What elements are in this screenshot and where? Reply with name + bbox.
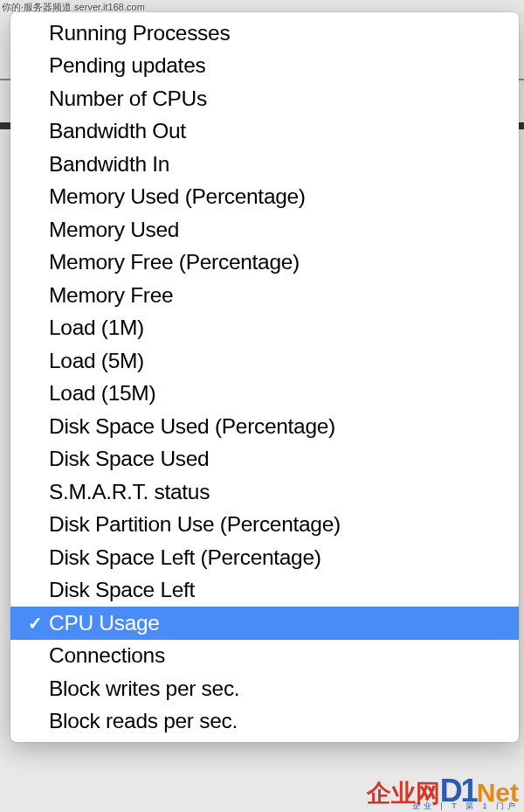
menu-item[interactable]: Memory Free (Percentage) (10, 246, 519, 280)
menu-item[interactable]: Memory Used (10, 213, 519, 246)
menu-item[interactable]: Load (5M) (10, 344, 519, 378)
menu-item-label: CPU Usage (49, 611, 160, 635)
menu-item-label: Load (5M) (49, 349, 144, 373)
menu-item-label: Disk Space Left (Percentage) (49, 545, 321, 570)
watermark-bottom: 企业网 D1 Net 企业 | T 第 1 门户 (362, 771, 524, 812)
menu-item-label: Running Processes (49, 21, 230, 45)
watermark-subtitle: 企业 | T 第 1 门户 (412, 801, 519, 812)
menu-item-label: Block reads per sec. (49, 709, 238, 733)
menu-item[interactable]: Load (1M) (10, 312, 519, 345)
menu-item-label: Load (1M) (49, 316, 144, 340)
menu-item[interactable]: Disk Space Left (Percentage) (10, 541, 519, 574)
menu-item[interactable]: Pending updates (10, 50, 519, 83)
menu-item[interactable]: Number of CPUs (10, 82, 519, 115)
menu-item-label: Memory Free (Percentage) (49, 250, 300, 274)
menu-item-label: Disk Space Used (Percentage) (49, 414, 335, 439)
menu-item[interactable]: Disk Space Left (10, 574, 519, 607)
menu-item-label: Disk Partition Use (Percentage) (49, 512, 341, 537)
menu-item[interactable]: Block writes per sec. (10, 672, 519, 705)
menu-item[interactable]: Disk Partition Use (Percentage) (10, 509, 519, 542)
menu-item-label: Disk Space Used (49, 447, 209, 471)
menu-item[interactable]: Memory Used (Percentage) (10, 181, 519, 214)
dropdown-menu: Running ProcessesPending updatesNumber o… (10, 12, 519, 742)
menu-item[interactable]: Bandwidth In (10, 148, 519, 181)
menu-item[interactable]: Load (15M) (10, 378, 519, 411)
menu-item[interactable]: Disk Space Used (Percentage) (10, 410, 519, 443)
menu-item-label: Pending updates (49, 53, 205, 78)
menu-item-label: S.M.A.R.T. status (49, 480, 210, 504)
watermark-top: 你的·服务器频道 server.it168.com (2, 1, 145, 14)
menu-item-label: Disk Space Left (49, 578, 195, 602)
menu-item[interactable]: Running Processes (10, 17, 519, 50)
menu-item[interactable]: Block reads per sec. (10, 705, 519, 739)
menu-item-label: Memory Used (Percentage) (49, 184, 306, 209)
menu-item-label: Bandwidth In (49, 152, 169, 177)
menu-item[interactable]: Bandwidth Out (10, 115, 519, 149)
checkmark-icon: ✓ (28, 613, 43, 634)
menu-item-label: Block writes per sec. (49, 677, 239, 701)
menu-item-label: Load (15M) (49, 381, 155, 406)
menu-item-label: Memory Free (49, 283, 173, 308)
menu-item[interactable]: ✓CPU Usage (10, 607, 519, 640)
menu-item-label: Connections (49, 643, 165, 668)
menu-item[interactable]: Connections (10, 640, 519, 673)
menu-item[interactable]: Memory Free (10, 279, 519, 312)
menu-item-label: Number of CPUs (49, 87, 207, 111)
menu-item[interactable]: S.M.A.R.T. status (10, 475, 519, 509)
menu-item-label: Bandwidth Out (49, 119, 186, 143)
menu-item-label: Memory Used (49, 218, 179, 242)
check-space: ✓ (21, 613, 49, 634)
menu-item[interactable]: Disk Space Used (10, 443, 519, 476)
